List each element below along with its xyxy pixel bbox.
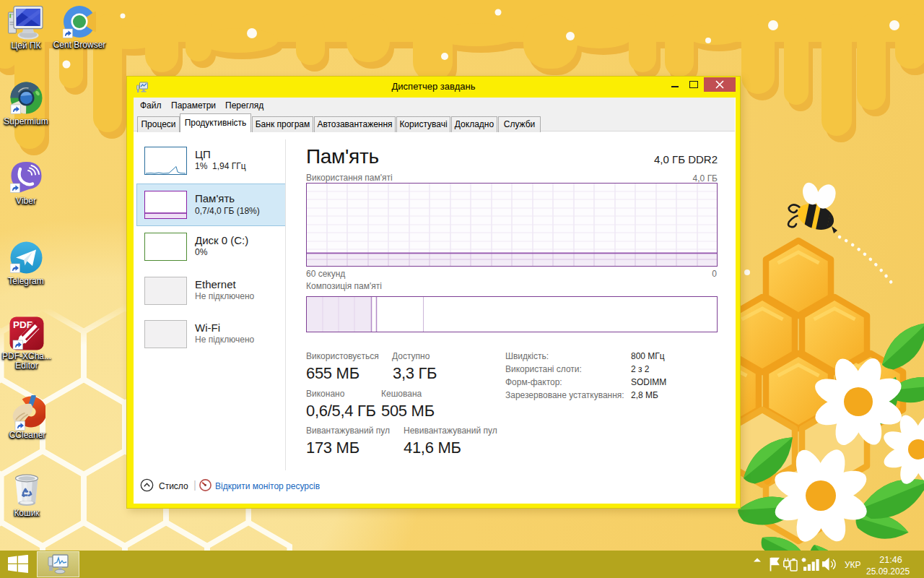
svg-text:25.09.2025: 25.09.2025 bbox=[866, 566, 910, 577]
svg-text:УКР: УКР bbox=[845, 560, 861, 570]
svg-text:21:46: 21:46 bbox=[879, 555, 902, 565]
